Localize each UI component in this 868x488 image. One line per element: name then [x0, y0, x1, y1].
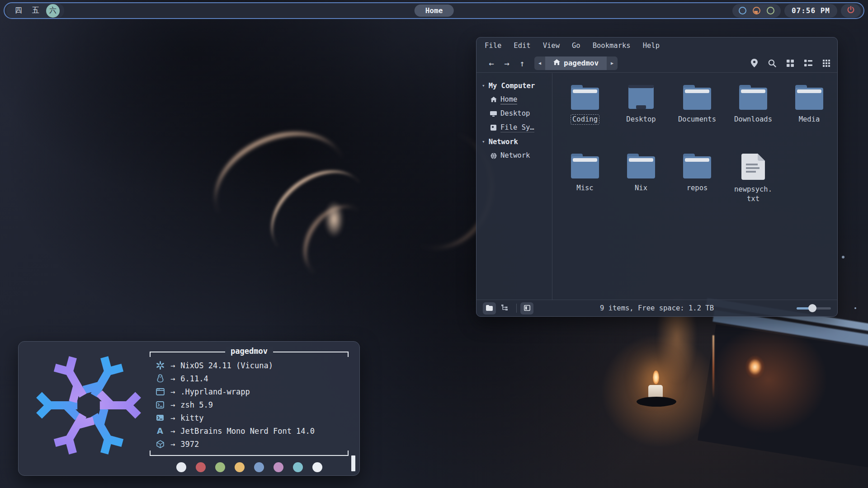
fetch-info-panel: pagedmov → NixOS 24.11 (Vicuna) → 6.11.4	[150, 352, 349, 472]
directory-tree-button[interactable]	[498, 302, 511, 314]
file-newpsych-txt[interactable]: newpsych.txt	[725, 154, 781, 222]
path-scroll-right-button[interactable]: ▶	[607, 56, 618, 70]
tray-record-orange-icon[interactable]	[753, 7, 760, 14]
palette-dot-cyan	[293, 462, 303, 472]
expander-icon: ▾	[482, 139, 485, 145]
palette-dot-yellow	[235, 462, 245, 472]
wallpaper-blue-beam	[712, 310, 868, 360]
toolbar-right-icons	[751, 59, 830, 67]
power-button[interactable]	[841, 4, 861, 18]
menu-help[interactable]: Help	[643, 42, 660, 50]
path-segment-current[interactable]: pagedmov	[545, 56, 607, 70]
home-icon	[553, 59, 560, 67]
file-desktop[interactable]: Desktop	[613, 85, 669, 154]
wallpaper-candle-glow	[601, 334, 719, 447]
menu-bookmarks[interactable]: Bookmarks	[593, 42, 631, 50]
zoom-slider-knob[interactable]	[808, 304, 816, 312]
menu-go[interactable]: Go	[572, 42, 580, 50]
power-icon	[847, 6, 855, 16]
zoom-slider[interactable]	[797, 307, 831, 310]
file-label: Nix	[633, 183, 649, 193]
box-corner	[150, 352, 151, 357]
fetch-shell-value: zsh 5.9	[180, 400, 213, 409]
places-pane-button[interactable]	[483, 302, 496, 314]
window-manager-icon	[154, 388, 166, 395]
nixos-logo	[40, 357, 137, 454]
menu-edit[interactable]: Edit	[514, 42, 530, 50]
terminal-filled-icon	[154, 415, 166, 421]
file-repos[interactable]: repos	[669, 154, 725, 222]
arrow-glyph: →	[170, 400, 175, 409]
folder-pane-icon	[486, 304, 493, 313]
location-pin-button[interactable]	[751, 59, 758, 67]
file-icon-view: Coding Desktop Documents Downloads	[552, 73, 837, 300]
fetch-row-terminal: → kitty	[154, 411, 349, 424]
sidebar-item-label: Home	[500, 95, 517, 104]
tray-circle-green-icon[interactable]	[767, 7, 774, 14]
file-misc[interactable]: Misc	[557, 154, 613, 222]
workspace-4[interactable]: 四	[12, 4, 25, 18]
sidebar-section-network[interactable]: ▾ Network	[482, 135, 552, 149]
divider	[516, 304, 517, 313]
sidebar-item-network[interactable]: Network	[490, 149, 552, 163]
sidebar-section-label: My Computer	[489, 82, 535, 90]
file-label: Downloads	[732, 114, 774, 125]
up-icon: ↑	[519, 58, 524, 68]
nix-flake-icon	[154, 361, 166, 370]
fetch-wm-value: .Hyprland-wrapp	[180, 387, 250, 396]
file-nix[interactable]: Nix	[613, 154, 669, 222]
palette-dot-green	[215, 462, 225, 472]
fetch-font-value: JetBrains Mono Nerd Font 14.0	[180, 427, 315, 436]
fetch-row-font: A → JetBrains Mono Nerd Font 14.0	[154, 424, 349, 437]
file-documents[interactable]: Documents	[669, 85, 725, 154]
menu-file[interactable]: File	[485, 42, 501, 50]
icon-view-button[interactable]	[787, 60, 794, 67]
wallpaper-lantern-glow	[710, 325, 827, 434]
list-view-button[interactable]	[804, 60, 812, 67]
file-label: Misc	[575, 183, 595, 193]
sidebar-item-label: Network	[500, 151, 530, 160]
toggle-side-pane-button[interactable]	[520, 302, 533, 314]
sidebar-section-my-computer[interactable]: ▾ My Computer	[482, 79, 552, 93]
wallpaper-candle-bowl	[637, 397, 676, 407]
wallpaper-hair-highlight	[198, 112, 363, 258]
sidebar-item-desktop[interactable]: Desktop	[490, 107, 552, 121]
bar-right-modules: 07:56 PM	[732, 4, 861, 18]
side-pane-icon	[524, 304, 530, 313]
fetch-row-wm: → .Hyprland-wrapp	[154, 385, 349, 398]
tree-icon	[501, 304, 508, 313]
menu-view[interactable]: View	[543, 42, 560, 50]
clock[interactable]: 07:56 PM	[784, 4, 837, 18]
wallpaper-speck	[842, 256, 844, 258]
file-downloads[interactable]: Downloads	[725, 85, 781, 154]
arrow-glyph: →	[170, 413, 175, 422]
drive-icon	[490, 125, 497, 131]
wallpaper-hair-highlight	[254, 152, 383, 277]
path-scroll-left-button[interactable]: ◀	[534, 56, 545, 70]
search-button[interactable]	[768, 59, 776, 67]
workspace-5[interactable]: 五	[29, 4, 42, 18]
status-text: 9 items, Free space: 1.2 TB	[600, 304, 714, 312]
arrow-glyph: →	[170, 361, 175, 370]
sidebar-item-file-system[interactable]: File Sy…	[490, 121, 552, 135]
file-media[interactable]: Media	[781, 85, 837, 154]
sidebar-item-label: File Sy…	[500, 123, 534, 132]
forward-button[interactable]: →	[499, 57, 514, 70]
compact-view-button[interactable]	[823, 60, 830, 67]
wallpaper-face-light	[325, 201, 344, 237]
workspace-6-active[interactable]: 六	[46, 4, 60, 18]
file-label: newpsych.txt	[731, 184, 775, 204]
sidebar-section-label: Network	[489, 138, 518, 146]
folder-icon	[682, 85, 712, 112]
box-corner	[150, 450, 151, 456]
file-coding[interactable]: Coding	[557, 85, 613, 154]
arrow-glyph: →	[170, 440, 175, 449]
menu-bar: File Edit View Go Bookmarks Help	[476, 38, 837, 54]
folder-icon	[682, 154, 712, 180]
back-button[interactable]: ←	[484, 57, 499, 70]
sidebar-item-home[interactable]: Home	[490, 93, 552, 107]
tray-circle-blue-icon[interactable]	[739, 7, 746, 14]
wallpaper-candle-flame	[653, 371, 659, 384]
up-button[interactable]: ↑	[514, 57, 530, 70]
sidebar-item-label: Desktop	[500, 109, 530, 118]
